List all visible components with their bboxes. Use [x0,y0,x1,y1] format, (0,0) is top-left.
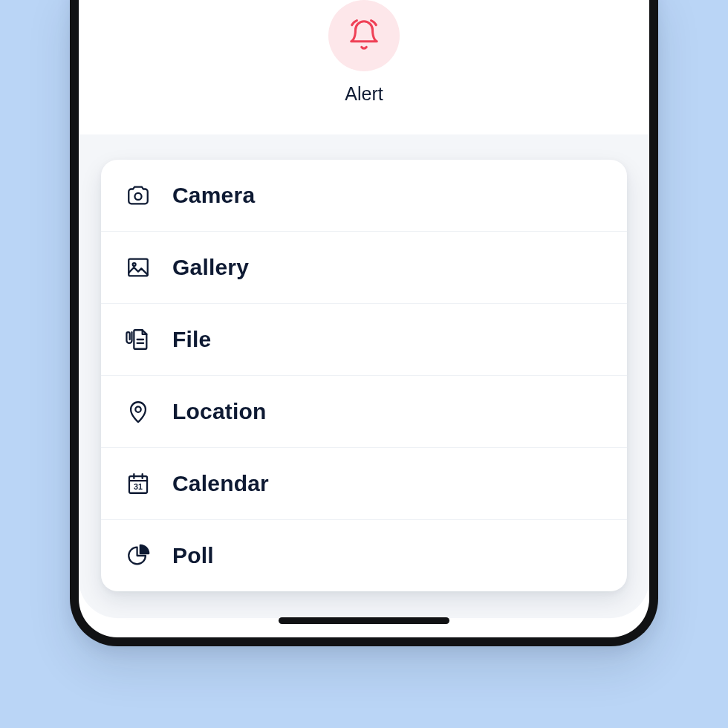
menu-item-camera[interactable]: Camera [101,160,627,232]
alert-label: Alert [345,83,383,105]
menu-item-location[interactable]: Location [101,376,627,448]
svg-point-3 [135,406,140,412]
svg-text:31: 31 [134,482,143,491]
menu-item-label: Camera [172,183,255,208]
header: Alert [79,0,649,134]
action-list: Camera Gallery [101,160,627,591]
menu-item-gallery[interactable]: Gallery [101,232,627,304]
menu-item-file[interactable]: File [101,304,627,376]
bell-alert-icon [347,19,381,53]
file-icon [125,326,152,353]
phone-frame: Alert Camera [70,0,658,646]
action-sheet: Camera Gallery [79,134,649,618]
menu-item-label: Poll [172,543,214,568]
location-icon [125,398,152,425]
calendar-icon: 31 [125,470,152,497]
menu-item-label: Gallery [172,255,249,280]
svg-point-2 [133,263,136,266]
gallery-icon [125,254,152,281]
svg-rect-1 [129,259,148,276]
home-indicator[interactable] [279,617,449,624]
camera-icon [125,182,152,209]
menu-item-label: Calendar [172,471,269,496]
menu-item-poll[interactable]: Poll [101,520,627,591]
poll-icon [125,542,152,569]
svg-point-0 [134,193,141,200]
menu-item-calendar[interactable]: 31 Calendar [101,448,627,520]
alert-button[interactable] [328,0,400,71]
menu-item-label: File [172,327,211,352]
menu-item-label: Location [172,399,267,424]
